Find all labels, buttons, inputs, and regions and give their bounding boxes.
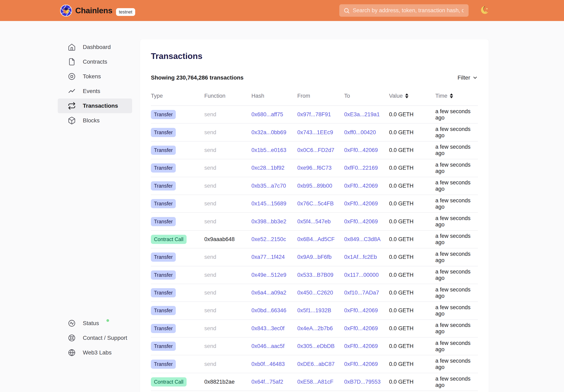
function-cell: send: [204, 200, 251, 207]
to-link[interactable]: 0xff0...00420: [344, 129, 376, 135]
to-link[interactable]: 0xFf0...42069: [344, 343, 378, 349]
hash-link[interactable]: 0x398...bb3e2: [251, 218, 286, 224]
column-header-value[interactable]: Value: [389, 93, 435, 99]
to-link[interactable]: 0x117...00000: [344, 272, 379, 278]
function-cell: send: [204, 165, 251, 171]
hash-link[interactable]: 0x32a...0bb69: [251, 129, 286, 135]
type-badge: Transfer: [151, 360, 176, 369]
to-link[interactable]: 0xFf0...42069: [344, 325, 378, 331]
from-link[interactable]: 0x533...B7B09: [297, 272, 333, 278]
to-link[interactable]: 0xB7D...79553: [344, 379, 381, 385]
hash-link[interactable]: 0xb35...a7c70: [251, 183, 286, 189]
search-input[interactable]: [339, 4, 468, 17]
from-link[interactable]: 0x6B4...Ad5CF: [297, 236, 335, 242]
to-link[interactable]: 0x1Af...fc2Eb: [344, 254, 377, 260]
sidebar-item-contact-support[interactable]: Contact / Support: [58, 331, 132, 345]
type-badge: Transfer: [151, 163, 176, 173]
from-link[interactable]: 0xE58...A81cF: [297, 379, 333, 385]
to-link[interactable]: 0xE3a...219a1: [344, 111, 380, 117]
from-link[interactable]: 0xb95...89b00: [297, 183, 332, 189]
from-link[interactable]: 0x450...C2620: [297, 290, 333, 296]
sidebar-item-dashboard[interactable]: Dashboard: [58, 40, 132, 55]
function-cell: send: [204, 307, 251, 314]
table-header-row: TypeFunctionHashFromToValueTime: [151, 86, 478, 106]
hash-link[interactable]: 0x843...3ec0f: [251, 325, 284, 331]
type-badge: Transfer: [151, 217, 176, 226]
from-link[interactable]: 0x305...eDbDB: [297, 343, 335, 349]
hash-link[interactable]: 0x1b5...e0163: [251, 147, 286, 153]
sidebar-footer-nav: StatusContact / SupportWeb3 Labs: [58, 316, 132, 360]
value-cell: 0.0 GETH: [389, 254, 435, 260]
time-cell: a few seconds ago: [435, 108, 478, 121]
table-row: Transfersend0xb0f...464830xDE6...abC870x…: [151, 355, 478, 373]
transactions-table: TypeFunctionHashFromToValueTime Transfer…: [151, 86, 478, 391]
brand-home-link[interactable]: Chainlens testnet: [60, 5, 135, 16]
hash-link[interactable]: 0xa77...1f424: [251, 254, 285, 260]
to-link[interactable]: 0xFf0...42069: [344, 307, 378, 313]
from-link[interactable]: 0x4eA...2b7b6: [297, 325, 333, 331]
from-link[interactable]: 0xDE6...abC87: [297, 361, 335, 367]
from-link[interactable]: 0x5f4...547eb: [297, 218, 331, 224]
hash-link[interactable]: 0x145...15689: [251, 200, 286, 207]
hash-link[interactable]: 0x046...aac5f: [251, 343, 284, 349]
to-link[interactable]: 0xFf0...42069: [344, 147, 378, 153]
sidebar-item-tokens[interactable]: Tokens: [58, 69, 132, 84]
to-link[interactable]: 0xfF0...22169: [344, 165, 378, 171]
table-row: Transfersend0x843...3ec0f0x4eA...2b7b60x…: [151, 320, 478, 337]
from-link[interactable]: 0x97f...78F91: [297, 111, 331, 117]
column-header-to: To: [344, 93, 389, 99]
globe-icon: [68, 349, 76, 357]
hash-link[interactable]: 0x680...aff75: [251, 111, 283, 117]
hash-link[interactable]: 0xb0f...46483: [251, 361, 285, 367]
sidebar-item-events[interactable]: Events: [58, 84, 132, 98]
sidebar-item-transactions[interactable]: Transactions: [58, 98, 132, 113]
time-cell: a few seconds ago: [435, 322, 478, 335]
type-badge: Contract Call: [151, 377, 187, 387]
from-link[interactable]: 0x76C...5c4FB: [297, 200, 334, 207]
from-link[interactable]: 0x0C6...FD2d7: [297, 147, 334, 153]
column-header-function: Function: [204, 93, 251, 99]
sidebar-item-label: Web3 Labs: [83, 349, 111, 356]
from-link[interactable]: 0x5f1...1932B: [297, 307, 331, 313]
table-row: Transfersend0x1b5...e01630x0C6...FD2d70x…: [151, 141, 478, 159]
column-header-type: Type: [151, 93, 204, 99]
table-row: Transfersend0x49e...512e90x533...B7B090x…: [151, 266, 478, 284]
moon-icon[interactable]: [480, 5, 490, 15]
filter-button[interactable]: Filter: [458, 74, 478, 81]
function-cell: send: [204, 218, 251, 225]
to-link[interactable]: 0xFf0...42069: [344, 200, 378, 207]
to-link[interactable]: 0xf10...7ADa7: [344, 290, 379, 296]
sidebar-item-label: Events: [83, 88, 100, 94]
value-cell: 0.0 GETH: [389, 272, 435, 278]
to-link[interactable]: 0xFf0...42069: [344, 218, 378, 224]
hash-link[interactable]: 0xe52...2150c: [251, 236, 286, 242]
to-link[interactable]: 0x849...C3d8A: [344, 236, 381, 242]
from-link[interactable]: 0xe96...f6C73: [297, 165, 331, 171]
hash-link[interactable]: 0x6a4...a09a2: [251, 290, 286, 296]
sidebar-item-contracts[interactable]: Contracts: [58, 55, 132, 69]
type-badge: Transfer: [151, 306, 176, 315]
column-label: To: [344, 93, 350, 99]
repeat-icon: [68, 102, 76, 110]
time-cell: a few seconds ago: [435, 287, 478, 299]
sidebar-item-blocks[interactable]: Blocks: [58, 113, 132, 128]
column-label: Function: [204, 93, 225, 99]
value-cell: 0.0 GETH: [389, 343, 435, 349]
column-header-hash: Hash: [251, 93, 297, 99]
time-cell: a few seconds ago: [435, 197, 478, 210]
function-cell: send: [204, 183, 251, 189]
to-link[interactable]: 0xFf0...42069: [344, 361, 378, 367]
sidebar-item-status[interactable]: Status: [58, 316, 132, 331]
to-link[interactable]: 0xFf0...42069: [344, 183, 378, 189]
hash-link[interactable]: 0x64f...75af2: [251, 379, 283, 385]
hash-link[interactable]: 0x49e...512e9: [251, 272, 286, 278]
value-cell: 0.0 GETH: [389, 165, 435, 171]
hash-link[interactable]: 0x0bd...66346: [251, 307, 286, 313]
hash-link[interactable]: 0xc28...1bf92: [251, 165, 284, 171]
from-link[interactable]: 0x743...1EEc9: [297, 129, 333, 135]
table-row: Transfersend0xc28...1bf920xe96...f6C730x…: [151, 159, 478, 177]
sidebar-item-web3-labs[interactable]: Web3 Labs: [58, 345, 132, 360]
table-row: Contract Call0x8821b2ae0x64f...75af20xE5…: [151, 373, 478, 391]
from-link[interactable]: 0x9A9...bF6fb: [297, 254, 331, 260]
column-header-time[interactable]: Time: [435, 93, 478, 99]
